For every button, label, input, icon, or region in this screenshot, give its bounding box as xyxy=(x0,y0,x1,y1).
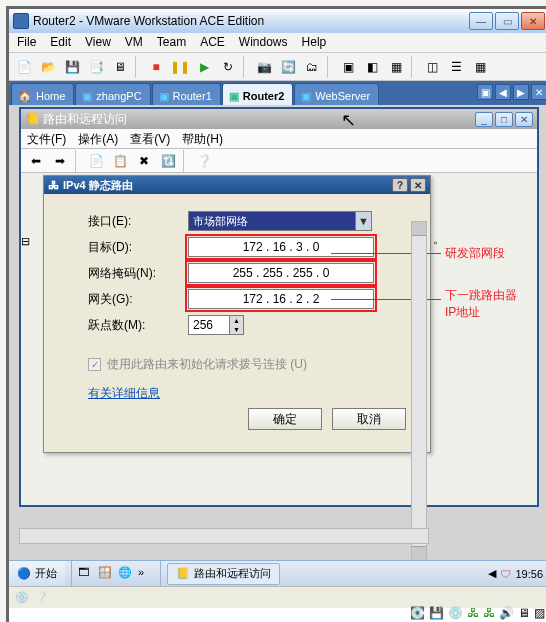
snapshot-icon[interactable]: 📷 xyxy=(253,56,275,78)
ql-ie-icon[interactable]: 🌐 xyxy=(118,566,134,582)
tab-close-icon[interactable]: ✕ xyxy=(531,84,546,100)
tile-icon[interactable]: ▦ xyxy=(385,56,407,78)
fwd-icon[interactable]: ➡ xyxy=(49,151,71,171)
ql-desktop-icon[interactable]: 🗔 xyxy=(78,566,94,582)
ok-button[interactable]: 确定 xyxy=(248,408,322,430)
rras-titlebar[interactable]: 📒 路由和远程访问 ↖ _ □ ✕ xyxy=(21,109,537,129)
start-button[interactable]: 🔵 开始 xyxy=(9,561,65,587)
cursor-icon: ↖ xyxy=(341,109,356,131)
menu-help[interactable]: Help xyxy=(302,35,327,50)
dev-sound-icon[interactable]: 🔊 xyxy=(499,606,514,620)
tab-prev-icon[interactable]: ◀ xyxy=(495,84,511,100)
dev-hd-icon[interactable]: 💽 xyxy=(410,606,425,620)
status-cdrom-icon[interactable]: 💿 xyxy=(15,591,29,604)
rras-menu-action[interactable]: 操作(A) xyxy=(78,131,118,146)
tab-webserver[interactable]: ▣WebServer xyxy=(294,83,379,105)
revert-icon[interactable]: 🔄 xyxy=(277,56,299,78)
back-icon[interactable]: ⬅ xyxy=(25,151,47,171)
dialog-icon: 🖧 xyxy=(48,179,59,191)
dev-net2-icon[interactable]: 🖧 xyxy=(483,606,495,620)
dialog-help-button[interactable]: ? xyxy=(392,178,408,192)
maximize-button[interactable]: ▭ xyxy=(495,12,519,30)
tb-open-icon[interactable]: 📂 xyxy=(37,56,59,78)
tb-save-icon[interactable]: 💾 xyxy=(61,56,83,78)
task-icon: 📒 xyxy=(176,567,190,580)
scroll-down-icon[interactable] xyxy=(412,546,426,560)
tab-home[interactable]: 🏠Home xyxy=(11,83,74,105)
tab-next-icon[interactable]: ▶ xyxy=(513,84,529,100)
menu-vm[interactable]: VM xyxy=(125,35,143,50)
init-dod-checkbox: ✓ 使用此路由来初始化请求拨号连接 (U) xyxy=(88,356,416,373)
spin-down-icon[interactable]: ▼ xyxy=(230,325,243,334)
dialog-titlebar[interactable]: 🖧 IPv4 静态路由 ? ✕ xyxy=(44,176,430,194)
static-route-dialog: 🖧 IPv4 静态路由 ? ✕ 接口(E): 市场部网络 ▼ 目标(D): xyxy=(43,175,431,453)
interface-select[interactable]: 市场部网络 ▼ xyxy=(188,211,372,231)
rras-close-button[interactable]: ✕ xyxy=(515,112,533,127)
tb-manage-icon[interactable]: 📑 xyxy=(85,56,107,78)
up-icon[interactable]: 📄 xyxy=(85,151,107,171)
menu-file[interactable]: File xyxy=(17,35,36,50)
menu-view[interactable]: View xyxy=(85,35,111,50)
scroll-up-icon[interactable] xyxy=(412,222,426,236)
manage-snap-icon[interactable]: 🗂 xyxy=(301,56,323,78)
status-help-icon[interactable]: ❔ xyxy=(35,591,49,604)
dialog-close-button[interactable]: ✕ xyxy=(410,178,426,192)
rras-menu-help[interactable]: 帮助(H) xyxy=(182,131,223,146)
guest-desktop: 📒 路由和远程访问 ↖ _ □ ✕ 文件(F) 操作(A) 查看(V) 帮助(H… xyxy=(9,105,546,586)
cancel-button[interactable]: 取消 xyxy=(332,408,406,430)
close-button[interactable]: ✕ xyxy=(521,12,545,30)
clock[interactable]: 19:56 xyxy=(515,568,543,580)
tab-router2[interactable]: ▣Router2 xyxy=(222,83,294,105)
capture-icon[interactable]: ◧ xyxy=(361,56,383,78)
task-rras[interactable]: 📒 路由和远程访问 xyxy=(167,563,280,585)
fullscreen-icon[interactable]: ▣ xyxy=(337,56,359,78)
tb-new-icon[interactable]: 📄 xyxy=(13,56,35,78)
details-link[interactable]: 有关详细信息 xyxy=(88,386,160,400)
metric-input[interactable]: 256 ▲▼ xyxy=(188,315,244,335)
dev-net1-icon[interactable]: 🖧 xyxy=(467,606,479,620)
tree-node[interactable]: ⊟ xyxy=(21,235,30,248)
view3-icon[interactable]: ▦ xyxy=(469,56,491,78)
h-scrollbar[interactable] xyxy=(19,528,429,544)
window-title: Router2 - VMware Workstation ACE Edition xyxy=(33,14,264,28)
tray-security-icon[interactable]: 🛡 xyxy=(500,568,511,580)
dev-cd-icon[interactable]: 💿 xyxy=(448,606,463,620)
spin-up-icon[interactable]: ▲ xyxy=(230,316,243,325)
rras-menu-view[interactable]: 查看(V) xyxy=(130,131,170,146)
help-icon[interactable]: ❔ xyxy=(193,151,215,171)
props-icon[interactable]: 📋 xyxy=(109,151,131,171)
tab-router1[interactable]: ▣Router1 xyxy=(152,83,221,105)
play-icon[interactable]: ▶ xyxy=(193,56,215,78)
reset-icon[interactable]: ↻ xyxy=(217,56,239,78)
dest-input[interactable]: 172 . 16 . 3 . 0 xyxy=(188,237,374,257)
rras-menu-file[interactable]: 文件(F) xyxy=(27,131,66,146)
refresh-icon[interactable]: 🔃 xyxy=(157,151,179,171)
dropdown-arrow-icon[interactable]: ▼ xyxy=(355,212,371,230)
dev-disk-icon[interactable]: 💾 xyxy=(429,606,444,620)
view2-icon[interactable]: ☰ xyxy=(445,56,467,78)
stop-icon[interactable]: ■ xyxy=(145,56,167,78)
v-scrollbar[interactable] xyxy=(411,221,427,561)
rras-max-button[interactable]: □ xyxy=(495,112,513,127)
quick-launch: 🗔 🪟 🌐 » xyxy=(71,561,161,586)
menu-team[interactable]: Team xyxy=(157,35,186,50)
dev-vga-icon[interactable]: 🖥 xyxy=(518,606,530,620)
checkbox-icon: ✓ xyxy=(88,358,101,371)
ql-more-icon[interactable]: » xyxy=(138,566,154,582)
tray-back-icon[interactable]: ◀ xyxy=(488,567,496,580)
pause-icon[interactable]: ❚❚ xyxy=(169,56,191,78)
tab-more-icon[interactable]: ▣ xyxy=(477,84,493,100)
tab-zhangpc[interactable]: ▣zhangPC xyxy=(75,83,150,105)
rras-min-button[interactable]: _ xyxy=(475,112,493,127)
menu-ace[interactable]: ACE xyxy=(200,35,225,50)
ql-windows-icon[interactable]: 🪟 xyxy=(98,566,114,582)
menu-windows[interactable]: Windows xyxy=(239,35,288,50)
rras-title: 路由和远程访问 xyxy=(43,111,127,128)
delete-icon[interactable]: ✖ xyxy=(133,151,155,171)
tb-servers-icon[interactable]: 🖥 xyxy=(109,56,131,78)
view1-icon[interactable]: ◫ xyxy=(421,56,443,78)
menu-edit[interactable]: Edit xyxy=(50,35,71,50)
minimize-button[interactable]: — xyxy=(469,12,493,30)
mask-input[interactable]: 255 . 255 . 255 . 0 xyxy=(188,263,374,283)
label-interface: 接口(E): xyxy=(88,213,188,230)
